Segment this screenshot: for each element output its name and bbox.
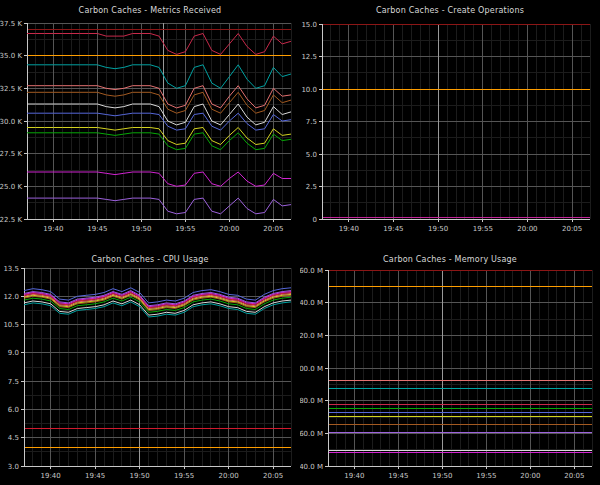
y-tick-label: 80.0 M	[300, 397, 323, 405]
x-tick-label: 19:40	[43, 225, 63, 233]
x-tick-label: 19:45	[85, 472, 105, 480]
axes	[24, 23, 291, 222]
x-tick-labels: 19:4019:4519:5019:5520:0020:05	[339, 225, 583, 233]
y-tick-labels: 22.5 K25.0 K27.5 K30.0 K32.5 K35.0 K37.5…	[0, 20, 22, 224]
y-tick-label: 160.0 M	[300, 267, 323, 275]
axes	[325, 270, 592, 469]
graphite-dashboard: Carbon Caches - Metrics Received 22.5 K2…	[0, 0, 600, 485]
x-tick-labels: 19:4019:4519:5019:5520:0020:05	[43, 225, 283, 233]
y-tick-label: 10.5	[3, 321, 19, 329]
cpu-usage-plot: 3.04.56.07.59.010.512.013.519:4019:4519:…	[0, 242, 300, 485]
y-tick-label: 15.0	[301, 21, 317, 29]
y-tick-label: 60.0 M	[300, 430, 323, 438]
x-tick-label: 19:45	[383, 225, 403, 233]
y-tick-label: 10.0	[301, 86, 317, 94]
y-tick-label: 32.5 K	[0, 85, 22, 93]
x-tick-label: 20:05	[564, 472, 584, 480]
y-tick-label: 120.0 M	[300, 332, 323, 340]
y-tick-label: 12.5	[301, 53, 317, 61]
metrics-received-plot: 22.5 K25.0 K27.5 K30.0 K32.5 K35.0 K37.5…	[0, 0, 300, 242]
y-tick-label: 5.0	[306, 151, 317, 159]
x-tick-label: 20:00	[517, 225, 537, 233]
x-tick-label: 20:00	[520, 472, 540, 480]
chart-panel-create-operations[interactable]: Carbon Caches - Create Operations 02.55.…	[300, 0, 600, 242]
chart-panel-metrics-received[interactable]: Carbon Caches - Metrics Received 22.5 K2…	[0, 0, 300, 242]
x-tick-label: 19:55	[174, 472, 194, 480]
x-tick-label: 19:45	[388, 472, 408, 480]
y-tick-label: 100.0 M	[300, 365, 323, 373]
y-tick-label: 9.0	[8, 349, 19, 357]
y-tick-labels: 3.04.56.07.59.010.512.013.5	[3, 265, 19, 471]
y-tick-label: 6.0	[8, 406, 19, 414]
y-tick-label: 25.0 K	[0, 183, 22, 191]
x-tick-label: 19:40	[339, 225, 359, 233]
y-tick-label: 7.5	[306, 118, 317, 126]
y-tick-label: 0	[313, 216, 317, 224]
y-tick-label: 27.5 K	[0, 150, 22, 158]
x-tick-label: 19:50	[432, 472, 452, 480]
y-tick-label: 37.5 K	[0, 20, 22, 28]
x-tick-label: 20:05	[263, 225, 283, 233]
x-tick-label: 19:45	[87, 225, 107, 233]
y-tick-label: 30.0 K	[0, 118, 22, 126]
y-tick-label: 7.5	[8, 378, 19, 386]
y-tick-label: 12.0	[3, 293, 19, 301]
create-operations-plot: 02.55.07.510.012.515.019:4019:4519:5019:…	[300, 0, 600, 242]
y-tick-labels: 02.55.07.510.012.515.0	[301, 21, 317, 224]
y-tick-label: 140.0 M	[300, 299, 323, 307]
x-tick-label: 19:55	[476, 472, 496, 480]
x-tick-label: 19:50	[131, 225, 151, 233]
x-tick-labels: 19:4019:4519:5019:5520:0020:05	[41, 472, 284, 480]
grid-minor	[24, 268, 291, 466]
x-tick-label: 19:40	[41, 472, 61, 480]
x-tick-label: 19:50	[428, 225, 448, 233]
memory-usage-plot: 40.0 M60.0 M80.0 M100.0 M120.0 M140.0 M1…	[300, 242, 600, 485]
axes	[21, 268, 291, 469]
chart-panel-memory-usage[interactable]: Carbon Caches - Memory Usage 40.0 M60.0 …	[300, 242, 600, 485]
chart-panel-cpu-usage[interactable]: Carbon Caches - CPU Usage 3.04.56.07.59.…	[0, 242, 300, 485]
x-tick-label: 20:00	[219, 472, 239, 480]
x-tick-label: 19:55	[175, 225, 195, 233]
y-tick-labels: 40.0 M60.0 M80.0 M100.0 M120.0 M140.0 M1…	[300, 267, 323, 471]
y-tick-label: 2.5	[306, 183, 317, 191]
x-tick-label: 19:50	[130, 472, 150, 480]
x-tick-label: 20:05	[562, 225, 582, 233]
x-tick-label: 20:05	[263, 472, 283, 480]
x-tick-labels: 19:4019:4519:5019:5520:0020:05	[344, 472, 584, 480]
y-tick-label: 4.5	[8, 434, 19, 442]
y-tick-label: 22.5 K	[0, 216, 22, 224]
y-tick-label: 35.0 K	[0, 52, 22, 60]
x-tick-label: 20:00	[219, 225, 239, 233]
y-tick-label: 13.5	[3, 265, 19, 273]
y-tick-label: 40.0 M	[300, 463, 323, 471]
x-tick-label: 19:55	[473, 225, 493, 233]
y-tick-label: 3.0	[8, 463, 19, 471]
axes	[319, 24, 590, 222]
x-tick-label: 19:40	[344, 472, 364, 480]
